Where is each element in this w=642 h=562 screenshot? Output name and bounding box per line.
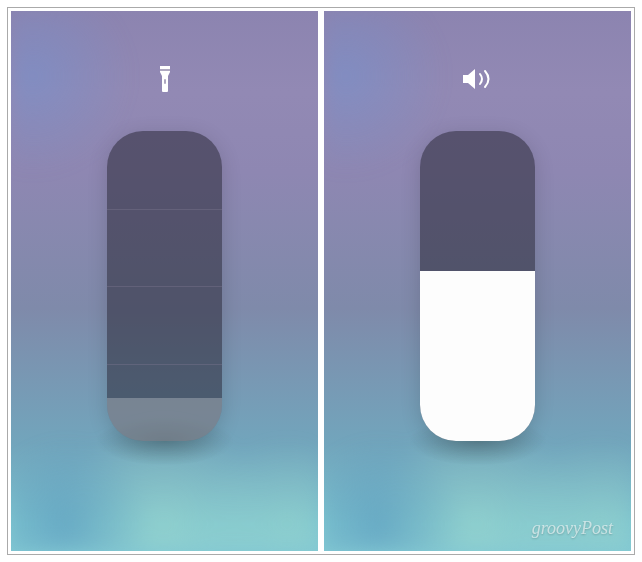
volume-panel: groovyPost [324, 11, 631, 551]
flashlight-slider[interactable] [107, 131, 222, 441]
slider-step-divider [107, 286, 222, 287]
slider-step-divider [107, 209, 222, 210]
watermark-text: groovyPost [532, 518, 613, 539]
svg-rect-1 [164, 79, 166, 84]
slider-fill [420, 271, 535, 442]
svg-rect-0 [160, 69, 170, 71]
flashlight-icon [157, 61, 173, 96]
volume-slider[interactable] [420, 131, 535, 441]
slider-step-divider [107, 364, 222, 365]
slider-fill [107, 398, 222, 441]
screenshot-container: groovyPost [7, 7, 635, 555]
flashlight-panel [11, 11, 318, 551]
volume-icon [461, 61, 495, 96]
panel-content [324, 11, 631, 551]
panel-content [11, 11, 318, 551]
